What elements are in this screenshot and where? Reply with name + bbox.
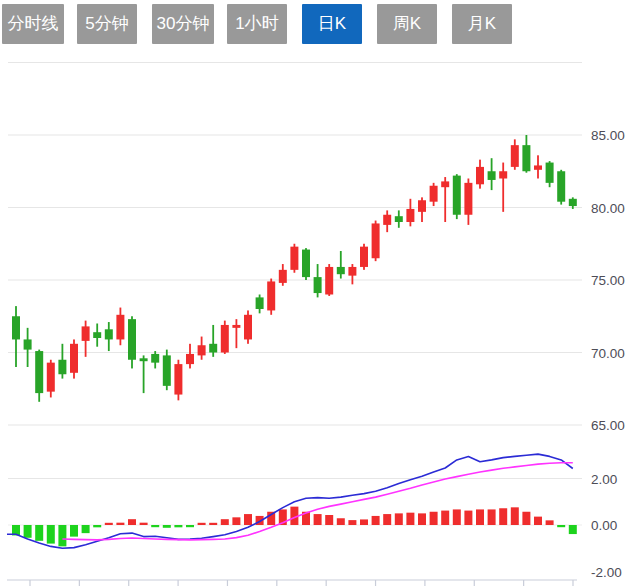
macd-bar-positive — [325, 515, 333, 525]
candle-down — [488, 171, 496, 180]
candle-up — [499, 171, 507, 178]
candle-down — [522, 145, 530, 171]
macd-bar-positive — [372, 516, 380, 525]
macd-axis-label: -2.00 — [591, 565, 622, 580]
macd-bar-negative — [24, 525, 32, 538]
candle-up — [116, 315, 124, 340]
price-axis-label: 85.00 — [591, 128, 625, 143]
candle-down — [35, 351, 43, 393]
candle-down — [12, 316, 20, 339]
macd-bar-positive — [314, 514, 322, 525]
candle-up — [221, 325, 229, 353]
macd-bar-negative — [174, 525, 182, 527]
macd-bar-negative — [93, 525, 101, 527]
dif-line — [7, 454, 573, 548]
macd-bar-positive — [499, 508, 507, 525]
macd-bar-positive — [441, 511, 449, 525]
macd-bar-positive — [430, 512, 438, 525]
dea-line — [62, 463, 572, 540]
candle-down — [105, 329, 113, 339]
candle-down — [58, 360, 66, 375]
candle-up — [244, 315, 252, 340]
macd-bar-negative — [151, 525, 159, 527]
tab-weekly-k[interactable]: 周K — [377, 4, 437, 44]
candle-wick — [340, 251, 342, 279]
macd-bar-positive — [221, 519, 229, 525]
candle-up — [232, 325, 240, 328]
candle-up — [290, 247, 298, 270]
candle-up — [430, 186, 438, 202]
tab-daily-k[interactable]: 日K — [302, 4, 362, 44]
kline-chart: 85.0080.0075.0070.0065.002.000.00-2.00 — [0, 0, 636, 587]
candle-up — [372, 223, 380, 258]
macd-bar-positive — [209, 523, 217, 525]
price-axis-label: 75.00 — [591, 273, 625, 288]
candle-up — [267, 281, 275, 310]
tab-1hour[interactable]: 1小时 — [227, 4, 287, 44]
macd-bar-positive — [511, 507, 519, 525]
candle-up — [198, 345, 206, 355]
macd-bar-positive — [534, 517, 542, 525]
candle-up — [464, 183, 472, 215]
macd-axis-label: 2.00 — [591, 472, 617, 487]
macd-axis-label: 0.00 — [591, 518, 617, 533]
candle-up — [383, 215, 391, 225]
macd-bar-negative — [47, 525, 55, 544]
tab-monthly-k[interactable]: 月K — [452, 4, 512, 44]
macd-bar-positive — [244, 514, 252, 525]
candle-down — [151, 354, 159, 363]
macd-bar-positive — [476, 509, 484, 525]
candle-down — [93, 332, 101, 338]
tab-30min[interactable]: 30分钟 — [152, 4, 214, 44]
macd-bar-positive — [198, 523, 206, 525]
candle-down — [140, 358, 148, 361]
candle-up — [279, 270, 287, 283]
candle-down — [302, 250, 310, 278]
macd-bar-negative — [70, 525, 78, 537]
macd-bar-negative — [569, 525, 577, 534]
macd-bar-positive — [464, 511, 472, 525]
macd-bar-positive — [232, 517, 240, 525]
macd-bar-positive — [105, 523, 113, 525]
candle-up — [534, 165, 542, 169]
candle-up — [406, 209, 414, 222]
candle-up — [418, 200, 426, 212]
tab-minute-line[interactable]: 分时线 — [2, 4, 64, 44]
candle-down — [453, 176, 461, 215]
candle-up — [174, 364, 182, 394]
macd-bar-positive — [546, 520, 554, 525]
macd-bar-negative — [82, 525, 90, 533]
price-axis-label: 65.00 — [591, 418, 625, 433]
candle-up — [348, 267, 356, 276]
macd-bar-negative — [58, 525, 66, 546]
candle-down — [256, 297, 264, 309]
macd-bar-negative — [35, 525, 43, 541]
candle-up — [441, 181, 449, 187]
macd-bar-positive — [395, 513, 403, 525]
candle-wick — [236, 319, 238, 348]
macd-bar-negative — [557, 525, 565, 527]
candle-up — [47, 363, 55, 392]
macd-bar-negative — [163, 525, 171, 528]
candle-up — [186, 354, 194, 364]
candle-up — [360, 247, 368, 267]
candle-down — [337, 267, 345, 274]
candle-up — [476, 167, 484, 184]
candle-up — [325, 267, 333, 295]
candle-up — [511, 145, 519, 167]
macd-bar-positive — [383, 514, 391, 525]
macd-bar-positive — [453, 509, 461, 525]
macd-bar-positive — [406, 513, 414, 525]
macd-bar-positive — [116, 523, 124, 525]
candle-wick — [502, 163, 504, 212]
candle-up — [70, 344, 78, 373]
candle-down — [24, 339, 32, 349]
candle-down — [163, 355, 171, 385]
candle-down — [128, 319, 136, 360]
macd-bar-positive — [128, 519, 136, 525]
price-axis-label: 80.00 — [591, 201, 625, 216]
macd-bar-negative — [186, 525, 194, 527]
candle-down — [395, 216, 403, 222]
tab-5min[interactable]: 5分钟 — [77, 4, 137, 44]
macd-bar-positive — [360, 519, 368, 525]
